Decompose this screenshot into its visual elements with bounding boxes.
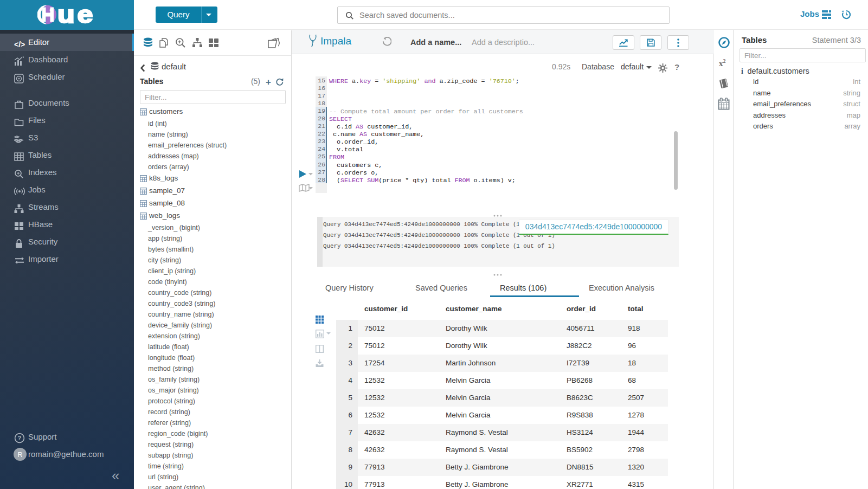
svg-text:</>: </> (14, 40, 25, 49)
svg-text:?: ? (18, 435, 22, 441)
svg-text:R: R (18, 451, 23, 459)
svg-text:ue: ue (57, 5, 95, 24)
